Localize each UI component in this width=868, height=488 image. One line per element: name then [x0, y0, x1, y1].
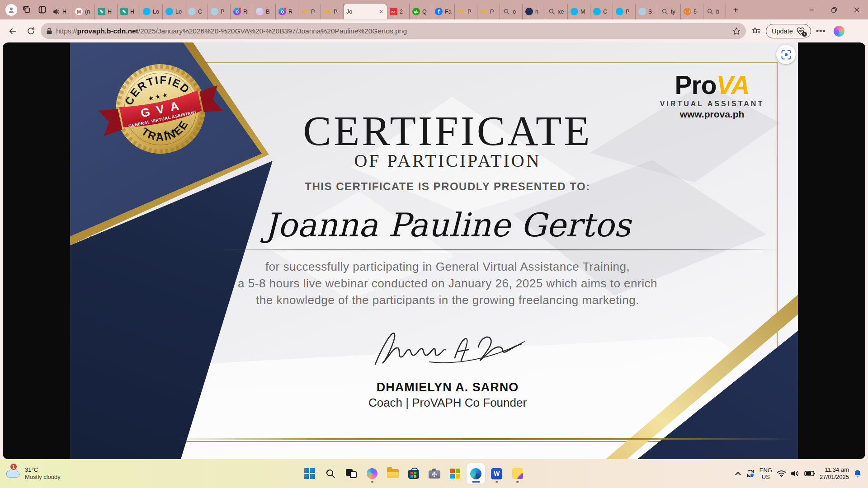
- browser-tab[interactable]: B: [253, 4, 276, 19]
- teal-editor-favicon-icon: ✎: [98, 8, 105, 15]
- task-view-button[interactable]: [342, 463, 360, 484]
- tab-label: Lo: [153, 9, 159, 15]
- browser-tab[interactable]: C: [185, 4, 208, 19]
- browser-tab[interactable]: S: [636, 4, 658, 19]
- browser-tab[interactable]: M(n: [72, 4, 95, 19]
- browser-tab[interactable]: ϘR: [276, 4, 298, 19]
- notes-app-button[interactable]: [508, 463, 527, 484]
- url-scheme: https://: [56, 27, 77, 35]
- tray-overflow-button[interactable]: [735, 471, 741, 476]
- browser-tab[interactable]: b: [703, 4, 726, 19]
- browser-tab[interactable]: VAP: [477, 4, 500, 19]
- word-icon: W: [491, 468, 502, 479]
- tab-actions-button[interactable]: [34, 2, 50, 18]
- clock[interactable]: 11:34 am 27/01/2025: [820, 466, 849, 481]
- browser-tab[interactable]: M: [568, 4, 590, 19]
- language-code: ENG: [760, 467, 772, 474]
- browser-tab[interactable]: o: [500, 4, 523, 19]
- browser-tab[interactable]: ⋮⋮5: [681, 4, 703, 19]
- audio-speaker-favicon-icon: [52, 8, 60, 15]
- browser-tab[interactable]: xe: [545, 4, 568, 19]
- xero-pale-favicon-icon: [211, 8, 218, 15]
- unread-badge: [238, 7, 241, 10]
- tab-label: R: [243, 9, 247, 15]
- visual-search-button[interactable]: [776, 45, 796, 64]
- address-bar[interactable]: https://provaph.b-cdn.net/2025/January%2…: [41, 23, 746, 39]
- weather-widget[interactable]: 1 31°C Mostly cloudy: [0, 466, 118, 481]
- more-options-button[interactable]: •••: [813, 23, 829, 39]
- browser-tab[interactable]: n: [523, 4, 545, 19]
- camera-button[interactable]: [425, 463, 443, 484]
- favorites-button[interactable]: [748, 23, 764, 39]
- xero-pale-favicon-icon: [638, 8, 646, 15]
- gold-divider-line: [176, 438, 793, 440]
- update-restart-tray-button[interactable]: [746, 469, 755, 478]
- notes-icon: [512, 468, 523, 479]
- tab-close-icon[interactable]: ✕: [378, 9, 384, 15]
- windows-icon: [304, 468, 315, 479]
- profile-button[interactable]: [4, 2, 19, 18]
- browser-tab[interactable]: VAP: [321, 4, 344, 19]
- weather-alert-badge: 1: [10, 463, 17, 470]
- back-button[interactable]: [5, 23, 21, 39]
- workspaces-icon: [23, 5, 31, 14]
- update-button[interactable]: Update 1: [766, 24, 811, 38]
- tab-label: ty: [671, 9, 675, 15]
- tab-label: Fa: [445, 9, 452, 15]
- battery-button[interactable]: [804, 470, 815, 477]
- browser-tab[interactable]: Lo: [140, 4, 163, 19]
- back-arrow-icon: [8, 27, 17, 36]
- browser-tab[interactable]: C: [590, 4, 613, 19]
- minimize-button[interactable]: [800, 0, 823, 19]
- microsoft-365-button[interactable]: [446, 463, 464, 484]
- copilot-button[interactable]: [831, 23, 847, 39]
- favorites-star-icon: [751, 27, 760, 36]
- maximize-button[interactable]: [823, 0, 845, 19]
- browser-tab[interactable]: P: [208, 4, 231, 19]
- workspaces-button[interactable]: [19, 2, 34, 18]
- xero-favicon-icon: [143, 8, 151, 15]
- refresh-button[interactable]: [23, 23, 39, 39]
- notification-center-button[interactable]: [854, 469, 862, 478]
- taskbar-search-button[interactable]: [321, 463, 340, 484]
- browser-tab[interactable]: qbQ: [410, 4, 432, 19]
- edge-button[interactable]: [467, 463, 485, 484]
- browser-tab[interactable]: VAP: [298, 4, 321, 19]
- bookmark-star-icon[interactable]: [732, 27, 741, 35]
- start-button[interactable]: [300, 463, 319, 484]
- word-button[interactable]: W: [487, 463, 506, 484]
- file-explorer-button[interactable]: [383, 463, 402, 484]
- browser-tab[interactable]: fFa: [432, 4, 455, 19]
- copilot-taskbar-button[interactable]: [363, 463, 381, 484]
- language-switcher[interactable]: ENG US: [760, 467, 772, 480]
- microsoft-store-button[interactable]: [404, 463, 423, 484]
- tab-label: S: [648, 9, 652, 15]
- browser-tab[interactable]: H: [50, 4, 72, 19]
- body-line-2: a 5-8 hours live webinar conducted on Ja…: [174, 275, 721, 292]
- messenger-favicon-icon: Ϙ: [278, 8, 286, 15]
- browser-tab[interactable]: ty: [658, 4, 681, 19]
- new-tab-button[interactable]: +: [729, 3, 742, 17]
- volume-button[interactable]: [791, 470, 800, 477]
- tab-label: M: [580, 9, 585, 15]
- store-icon: [408, 470, 419, 479]
- unread-badge: [283, 7, 287, 10]
- wifi-button[interactable]: [777, 470, 786, 477]
- search-favicon-icon: [706, 8, 714, 15]
- browser-tab[interactable]: VAP: [455, 4, 477, 19]
- tab-label: Q: [422, 9, 427, 15]
- close-window-button[interactable]: [845, 0, 868, 19]
- browser-tab[interactable]: ϘR: [231, 4, 253, 19]
- browser-tab[interactable]: ✎H: [118, 4, 140, 19]
- lock-icon: [46, 28, 52, 35]
- browser-tab[interactable]: PDF2: [387, 4, 410, 19]
- task-view-icon: [346, 469, 357, 478]
- speaker-icon: [791, 470, 800, 477]
- browser-tab-active[interactable]: Jo✕: [344, 4, 387, 19]
- copilot-icon: [367, 468, 377, 479]
- browser-tab[interactable]: Lo: [163, 4, 185, 19]
- messenger-pale-favicon-icon: [256, 8, 264, 15]
- browser-tab[interactable]: ✎H: [95, 4, 118, 19]
- plus-icon: +: [733, 5, 738, 14]
- browser-tab[interactable]: P: [613, 4, 636, 19]
